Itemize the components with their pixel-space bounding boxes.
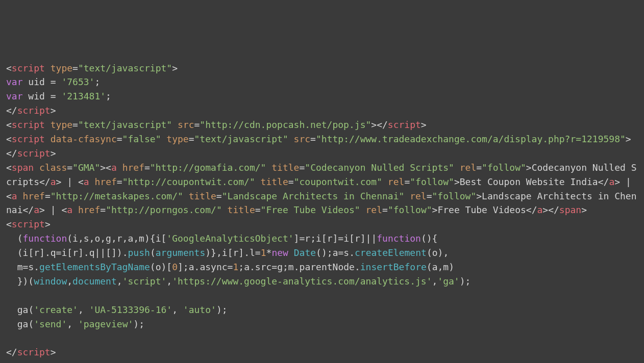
ga-url: 'https://www.google-analytics.com/analyt… bbox=[172, 276, 432, 287]
code-editor-view: <script type="text/javascript"> var uid … bbox=[6, 61, 638, 360]
string-literal: 'ga' bbox=[437, 276, 459, 287]
attr-value: "GMA" bbox=[72, 162, 100, 173]
uid-literal: '7653' bbox=[61, 76, 94, 87]
link-title: "coupontwit.com" bbox=[294, 176, 382, 187]
attr-value: "follow" bbox=[410, 176, 454, 187]
wid-literal: '213481' bbox=[61, 91, 106, 101]
script-src: "http://www.tradeadexchange.com/a/displa… bbox=[316, 134, 626, 144]
link-text: Best Coupon Website India bbox=[460, 176, 598, 187]
link-href: "http://coupontwit.com/" bbox=[122, 176, 255, 187]
string-literal: 'pageview' bbox=[78, 319, 133, 329]
link-href: "http://porngos.com/" bbox=[106, 204, 222, 215]
attr-value: "follow" bbox=[482, 162, 526, 173]
attr-value: "text/javascript" bbox=[78, 63, 172, 73]
script-src: "http://cdn.popcash.net/pop.js" bbox=[200, 119, 371, 130]
attr-value: "follow" bbox=[388, 204, 432, 215]
link-text: Free Tube Videos bbox=[437, 204, 526, 215]
attr-value: "text/javascript" bbox=[78, 119, 172, 130]
link-href: "http://metaskapes.com/" bbox=[51, 191, 183, 201]
link-title: "Codecanyon Nulled Scripts" bbox=[305, 162, 454, 173]
ga-tracking-id: 'UA-5133396-16' bbox=[89, 304, 172, 315]
string-literal: 'auto' bbox=[183, 304, 216, 315]
ga-object-key: 'GoogleAnalyticsObject' bbox=[166, 233, 293, 244]
string-literal: 'script' bbox=[122, 276, 167, 287]
link-title: "Free Tube Videos" bbox=[261, 204, 360, 215]
link-title: "Landscape Architects in Chennai" bbox=[222, 191, 405, 201]
attr-value: "false" bbox=[122, 134, 161, 144]
attr-value: "text/javascript" bbox=[194, 134, 288, 144]
string-literal: 'send' bbox=[34, 319, 67, 329]
attr-value: "follow" bbox=[432, 191, 477, 201]
link-href: "http://gomafia.com/" bbox=[150, 162, 266, 173]
string-literal: 'create' bbox=[34, 304, 78, 315]
